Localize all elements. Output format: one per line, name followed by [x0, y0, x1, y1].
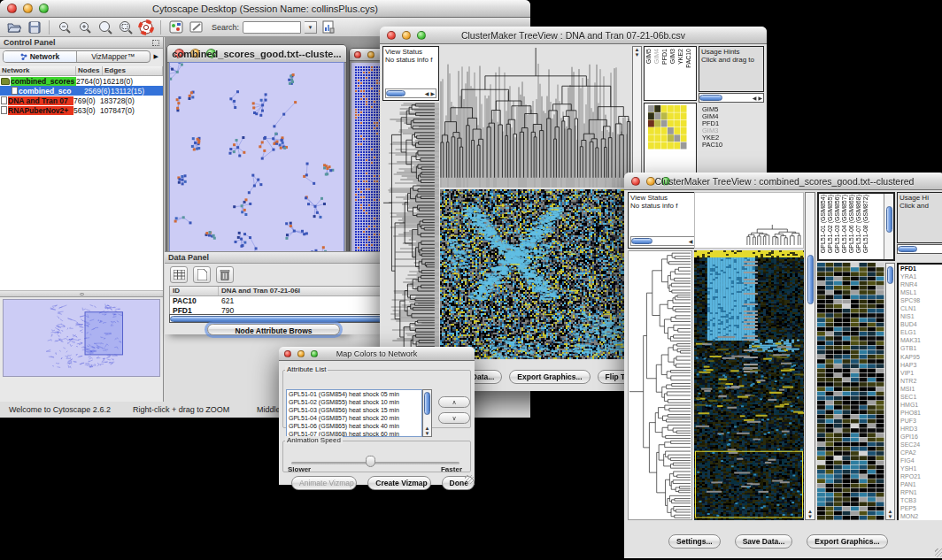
- new-attribute-icon[interactable]: [193, 266, 211, 283]
- overview-canvas[interactable]: [4, 300, 160, 376]
- speed-slider-thumb[interactable]: [366, 456, 375, 467]
- create-vizmap-button[interactable]: Create Vizmap: [367, 476, 430, 490]
- global-heatmap[interactable]: [694, 250, 804, 520]
- array-label[interactable]: GPL51-04 (GSM857): [841, 195, 847, 253]
- gene-label[interactable]: FIG4: [899, 456, 942, 464]
- gene-label[interactable]: BUD4: [899, 320, 942, 328]
- network-row[interactable]: RNAPuberNov2+ 563(0) 107847(0): [0, 105, 163, 115]
- search-dropdown-icon[interactable]: ▼: [305, 21, 317, 34]
- scroll-down-icon[interactable]: [634, 52, 641, 58]
- gene-label[interactable]: MSL1: [899, 288, 942, 296]
- gene-label[interactable]: VIP1: [899, 369, 942, 377]
- network-row[interactable]: combined_sco 2569(6) 13112(15): [0, 86, 163, 96]
- array-label[interactable]: GIM3: [669, 49, 676, 64]
- tab-vizmapper[interactable]: VizMapper™: [77, 51, 150, 62]
- gene-label[interactable]: YRA1: [899, 272, 942, 280]
- attribute-item[interactable]: GPL51-04 (GSM857) heat shock 20 min: [287, 414, 421, 422]
- array-label[interactable]: GPL51-08 (GSM872): [862, 195, 869, 253]
- tab-overflow-icon[interactable]: ▶: [152, 53, 160, 60]
- annotation-icon[interactable]: [188, 19, 205, 35]
- gene-label[interactable]: MSI1: [899, 385, 942, 393]
- zoom-out-icon[interactable]: [56, 19, 73, 35]
- gene-dendrogram[interactable]: [629, 251, 691, 519]
- gene-label[interactable]: NTR2: [899, 377, 942, 385]
- gene-label[interactable]: TCB3: [899, 496, 942, 504]
- column-header[interactable]: ID: [170, 287, 219, 295]
- scroll-right-icon[interactable]: [429, 91, 436, 96]
- gene-label[interactable]: SEC24: [899, 441, 942, 449]
- gene-label[interactable]: SEC1: [899, 393, 942, 401]
- scrollbar-thumb[interactable]: [807, 255, 814, 304]
- usage-hints-scrollbar[interactable]: [699, 93, 764, 103]
- gene-label[interactable]: PAC10: [702, 142, 722, 149]
- zoom-heatmap[interactable]: [648, 105, 687, 150]
- view-status-scrollbar[interactable]: [630, 236, 700, 246]
- column-header[interactable]: Edges: [103, 66, 163, 75]
- gene-label[interactable]: RPO21: [899, 472, 942, 480]
- dialog-titlebar[interactable]: Map Colors to Network: [279, 347, 475, 361]
- gene-label[interactable]: GTB1: [899, 344, 942, 352]
- array-label[interactable]: GPL51-03 (GSM856): [834, 195, 840, 253]
- scrollbar-thumb[interactable]: [898, 246, 917, 252]
- scroll-left-icon[interactable]: [752, 96, 758, 101]
- gene-label[interactable]: HAP3: [899, 361, 942, 369]
- array-label[interactable]: GPL51-06 (GSM865): [848, 195, 854, 253]
- attribute-item[interactable]: GPL51-06 (GSM865) heat shock 40 min: [287, 422, 421, 430]
- attribute-list-scrollbar[interactable]: [422, 389, 432, 437]
- zoom-fit-icon[interactable]: [97, 19, 113, 35]
- minimize-button[interactable]: [367, 51, 374, 58]
- gene-label[interactable]: PAN1: [899, 480, 942, 488]
- array-label[interactable]: GPL51-07 (GSM868): [855, 195, 861, 253]
- gene-dendrogram[interactable]: [382, 103, 439, 359]
- scroll-down-icon[interactable]: [887, 514, 894, 519]
- scroll-down-icon[interactable]: [424, 431, 431, 436]
- network-row[interactable]: combined_scores 2764(0) 16218(0): [0, 76, 163, 86]
- settings-button[interactable]: Settings...: [668, 534, 721, 548]
- treeview-dna-titlebar[interactable]: ClusterMaker TreeView : DNA and Tran 07-…: [380, 27, 767, 44]
- column-header[interactable]: Network: [0, 66, 76, 75]
- float-panel-icon[interactable]: [152, 40, 159, 46]
- speed-slider-track[interactable]: [291, 462, 459, 464]
- scrollbar-thumb[interactable]: [699, 95, 722, 101]
- treeview-combined-titlebar[interactable]: ClusterMaker TreeView : combined_scores_…: [624, 173, 942, 190]
- array-dendrogram[interactable]: [746, 223, 801, 246]
- attribute-select-icon[interactable]: [170, 266, 188, 283]
- export-graphics-button[interactable]: Export Graphics...: [807, 534, 887, 548]
- scroll-down-icon[interactable]: [807, 514, 814, 519]
- move-up-button[interactable]: ∧: [438, 396, 470, 408]
- gene-label[interactable]: CPA2: [899, 449, 942, 456]
- gene-label[interactable]: MAK31: [899, 336, 942, 344]
- gene-label[interactable]: YSH1: [899, 464, 942, 472]
- export-graphics-button[interactable]: Export Graphics...: [509, 370, 590, 384]
- gene-label[interactable]: NIS1: [899, 312, 942, 320]
- gene-label[interactable]: SPC98: [899, 296, 942, 304]
- column-header[interactable]: Nodes: [76, 66, 103, 75]
- save-data-button[interactable]: Save Data...: [735, 534, 793, 548]
- network-report-icon[interactable]: [320, 19, 337, 35]
- gene-label[interactable]: RNR4: [899, 280, 942, 288]
- gene-label[interactable]: RPN1: [899, 488, 942, 496]
- animate-vizmap-button[interactable]: Animate Vizmap: [291, 476, 357, 490]
- array-label[interactable]: PAC10: [685, 49, 691, 68]
- gene-label[interactable]: KAP95: [899, 353, 942, 361]
- scroll-left-icon[interactable]: [688, 239, 694, 244]
- move-down-button[interactable]: ∨: [438, 412, 470, 424]
- network-window-1-titlebar[interactable]: combined_scores_good.txt--cluste...: [167, 45, 346, 63]
- zoom-selected-icon[interactable]: [117, 19, 134, 35]
- open-icon[interactable]: [5, 19, 22, 35]
- gene-label[interactable]: PFD1: [899, 265, 942, 272]
- scroll-right-icon[interactable]: [757, 96, 763, 101]
- gene-label[interactable]: PEP5: [899, 504, 942, 512]
- gene-label[interactable]: ELG1: [899, 328, 942, 336]
- close-button[interactable]: [354, 51, 361, 58]
- array-label[interactable]: GPL51-02 (GSM855): [827, 195, 833, 253]
- scrollbar-thumb[interactable]: [424, 392, 430, 415]
- scroll-left-icon[interactable]: [424, 91, 430, 96]
- gene-label[interactable]: MON2: [899, 512, 942, 520]
- gene-label[interactable]: CLN1: [899, 304, 942, 312]
- usage-hints-scrollbar[interactable]: [897, 244, 942, 254]
- attribute-item[interactable]: GPL51-02 (GSM855) heat shock 10 min: [287, 398, 421, 406]
- gene-label[interactable]: PHO81: [899, 409, 942, 417]
- zoom-in-icon[interactable]: [76, 19, 93, 35]
- network-overview[interactable]: [3, 299, 160, 377]
